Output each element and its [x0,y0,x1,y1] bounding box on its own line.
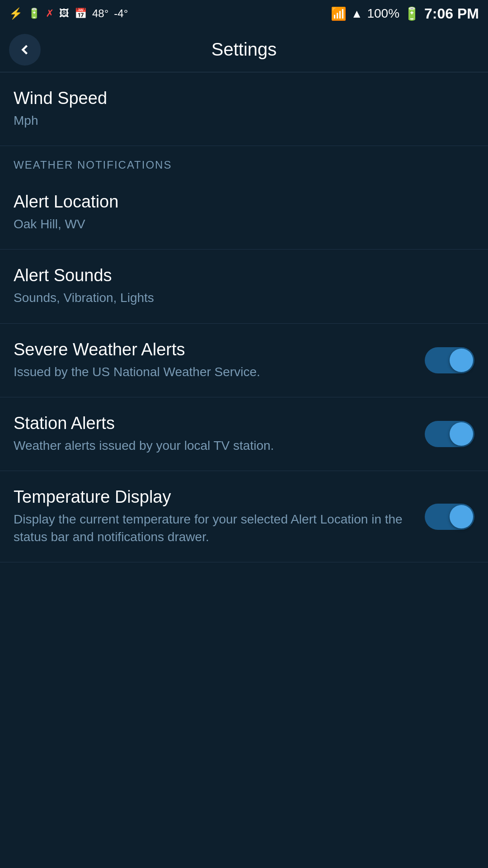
wifi-icon: 📶 [331,6,347,21]
severe-weather-alerts-title: Severe Weather Alerts [14,340,416,359]
temperature-display-title: Temperature Display [14,487,416,507]
severe-weather-toggle-knob [450,349,473,372]
wind-speed-subtitle: Mph [14,112,465,129]
signal-icon: ▲ [351,7,363,21]
status-bar-left: ⚡ 🔋 ✗ 🖼 📅 48° -4° [9,7,128,20]
station-alerts-subtitle: Weather alerts issued by your local TV s… [14,437,416,454]
status-bar-right: 📶 ▲ 100% 🔋 7:06 PM [331,5,479,22]
page-title: Settings [211,39,277,60]
status-time: 7:06 PM [424,5,479,22]
image-icon: 🖼 [59,8,69,19]
temperature-display-toggle[interactable] [425,504,474,530]
alert-sounds-item[interactable]: Alert Sounds Sounds, Vibration, Lights [0,250,488,323]
severe-weather-toggle[interactable] [425,347,474,373]
calendar-icon: 📅 [75,8,87,19]
app-header: Settings [0,27,488,72]
severe-weather-alerts-item[interactable]: Severe Weather Alerts Issued by the US N… [0,324,488,397]
wind-speed-text: Wind Speed Mph [14,89,474,129]
severe-weather-alerts-text: Severe Weather Alerts Issued by the US N… [14,340,425,381]
temperature-display-toggle-knob [450,505,473,528]
temperature-display-text: Temperature Display Display the current … [14,487,425,546]
battery-percent: 100% [367,6,399,21]
weather-notifications-header: WEATHER NOTIFICATIONS [0,146,488,176]
alert-location-text: Alert Location Oak Hill, WV [14,192,474,233]
temperature-display-subtitle: Display the current temperature for your… [14,510,416,546]
file-error-icon: ✗ [46,8,54,19]
severe-weather-alerts-subtitle: Issued by the US National Weather Servic… [14,363,416,381]
settings-content: Wind Speed Mph WEATHER NOTIFICATIONS Ale… [0,72,488,562]
weather-notifications-label: WEATHER NOTIFICATIONS [14,159,172,171]
wind-speed-item[interactable]: Wind Speed Mph [0,72,488,146]
alert-sounds-text: Alert Sounds Sounds, Vibration, Lights [14,266,474,307]
alert-location-subtitle: Oak Hill, WV [14,215,465,233]
battery-100-icon: 🔋 [28,8,40,19]
station-alerts-text: Station Alerts Weather alerts issued by … [14,414,425,454]
back-button[interactable] [9,34,41,66]
usb-icon: ⚡ [9,7,23,20]
temperature-alt-text: -4° [114,7,128,20]
temperature-display-item[interactable]: Temperature Display Display the current … [0,471,488,562]
station-alerts-toggle-knob [450,422,473,446]
alert-sounds-subtitle: Sounds, Vibration, Lights [14,289,465,307]
alert-location-title: Alert Location [14,192,465,212]
status-bar: ⚡ 🔋 ✗ 🖼 📅 48° -4° 📶 ▲ 100% 🔋 7:06 PM [0,0,488,27]
battery-icon: 🔋 [404,6,420,21]
temperature-text: 48° [92,7,108,20]
station-alerts-item[interactable]: Station Alerts Weather alerts issued by … [0,397,488,471]
alert-sounds-title: Alert Sounds [14,266,465,285]
station-alerts-toggle[interactable] [425,421,474,447]
wind-speed-title: Wind Speed [14,89,465,108]
station-alerts-title: Station Alerts [14,414,416,433]
alert-location-item[interactable]: Alert Location Oak Hill, WV [0,176,488,250]
back-arrow-icon [17,42,33,58]
